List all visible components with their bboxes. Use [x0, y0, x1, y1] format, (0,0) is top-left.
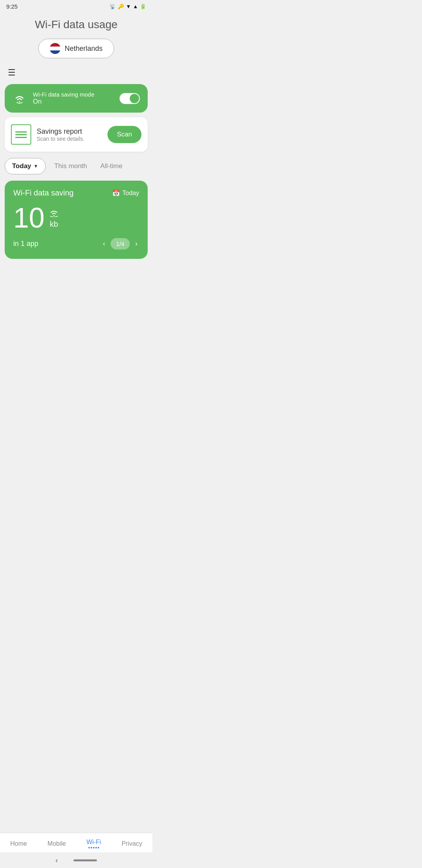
tab-all-time[interactable]: All-time [96, 158, 127, 174]
status-time: 9:25 [6, 3, 18, 10]
status-bar: 9:25 📡 🔑 ▼ ▲ 🔋 [0, 0, 152, 11]
prev-page-arrow[interactable]: ‹ [101, 238, 107, 249]
key-icon: 🔑 [118, 4, 124, 9]
data-apps: in 1 app [13, 240, 38, 248]
time-tabs: Today ▼ This month All-time [5, 158, 148, 174]
wifi-small-icon [49, 210, 59, 219]
country-selector[interactable]: Netherlands [0, 39, 152, 58]
tab-today-label: Today [12, 162, 31, 170]
data-card-period: 📅 Today [112, 189, 139, 197]
data-card-label: Wi-Fi data saving [13, 188, 74, 197]
data-unit: kb [50, 220, 58, 229]
status-icons: 📡 🔑 ▼ ▲ 🔋 [109, 4, 146, 9]
cast-icon: 📡 [109, 4, 116, 9]
tab-today[interactable]: Today ▼ [5, 158, 46, 174]
savings-report-card: Savings report Scan to see details. Scan [5, 117, 148, 152]
report-subtitle: Scan to see details. [37, 136, 102, 142]
next-page-arrow[interactable]: › [134, 238, 139, 249]
wifi-saving-status: On [33, 98, 113, 106]
data-card-period-label: Today [122, 190, 139, 197]
battery-icon: 🔋 [140, 4, 146, 9]
pagination: ‹ 1/4 › [101, 238, 139, 249]
scan-button[interactable]: Scan [107, 126, 141, 143]
data-amount-row: 10 kb [13, 204, 139, 232]
wifi-saving-title: Wi-Fi data saving mode [33, 91, 113, 98]
toggle-knob [130, 94, 139, 103]
page-indicator: 1/4 [111, 238, 130, 249]
report-icon [11, 124, 31, 145]
report-title: Savings report [37, 127, 102, 136]
wifi-saving-toggle[interactable] [120, 93, 140, 104]
country-name: Netherlands [64, 45, 102, 53]
signal-icon: ▲ [133, 4, 138, 9]
tab-this-month[interactable]: This month [50, 158, 92, 174]
wifi-saving-text: Wi-Fi data saving mode On [33, 91, 113, 106]
data-card: Wi-Fi data saving 📅 Today 10 kb in 1 app… [5, 181, 148, 259]
menu-icon[interactable]: ☰ [8, 68, 145, 78]
data-card-header: Wi-Fi data saving 📅 Today [13, 188, 139, 197]
page-title: Wi-Fi data usage [0, 18, 152, 31]
wifi-icon: ▼ [126, 4, 131, 9]
wifi-saving-icon [13, 91, 27, 106]
report-text: Savings report Scan to see details. [37, 127, 102, 142]
netherlands-flag [50, 43, 61, 54]
data-unit-col: kb [49, 210, 59, 232]
data-amount: 10 [13, 204, 45, 232]
data-card-footer: in 1 app ‹ 1/4 › [13, 238, 139, 249]
country-pill[interactable]: Netherlands [38, 39, 114, 58]
wifi-saving-toggle-card: Wi-Fi data saving mode On [5, 84, 148, 113]
calendar-icon: 📅 [112, 189, 120, 197]
chevron-down-icon: ▼ [34, 163, 38, 169]
